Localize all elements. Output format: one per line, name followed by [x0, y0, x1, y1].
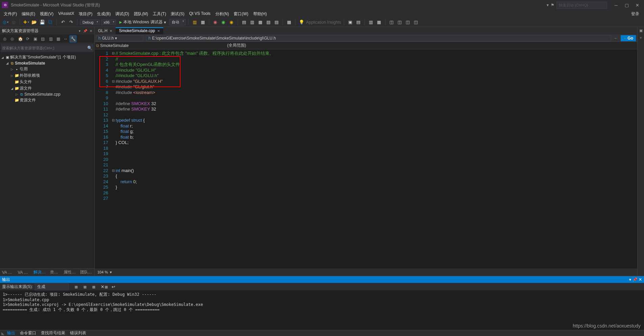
tree-resources[interactable]: 📁 资源文件 [0, 97, 94, 103]
login-button[interactable]: 登录 [628, 10, 643, 18]
tb-icon-14[interactable]: ▥ [367, 19, 374, 26]
tab-gl-h[interactable]: GL.H✕ [95, 27, 116, 34]
zoom-dropdown-icon[interactable]: ▾ [110, 270, 112, 274]
maximize-button[interactable]: ▢ [622, 3, 631, 8]
ptb-icon-6[interactable]: ▦ [55, 35, 62, 42]
target-select[interactable]: 自动 [169, 19, 186, 25]
scope-project[interactable]: ⧉ SmokeSimulate [96, 43, 224, 48]
panel-tab[interactable]: 类视图 [48, 269, 62, 276]
output-dropdown-icon[interactable]: ▾ [629, 277, 631, 282]
new-project-button[interactable]: ✚ [23, 19, 29, 26]
ptb-icon-3[interactable]: ▣ [32, 35, 39, 42]
panel-close-icon[interactable]: ✕ [90, 29, 92, 33]
ptb-home-icon[interactable]: 🏠 [17, 35, 24, 42]
config-select[interactable]: Debug [80, 20, 100, 25]
tab-smokesimulate-cpp[interactable]: SmokeSimulate.cpp✕ [116, 27, 163, 34]
ptb-back-icon[interactable]: ◎ [1, 35, 8, 42]
tree-external[interactable]: ▷📁 外部依赖项 [0, 72, 94, 79]
platform-select[interactable]: x86 [101, 20, 116, 25]
ptb-icon-5[interactable]: ▥ [47, 35, 54, 42]
menu-item[interactable]: 分析(N) [213, 10, 232, 18]
output-tb-icon-3[interactable]: ≣ [90, 283, 97, 290]
close-icon[interactable]: ✕ [157, 29, 160, 33]
notification-icon[interactable]: ▾ [547, 3, 549, 7]
bottom-tab[interactable]: 错误列表 [68, 330, 88, 336]
menu-item[interactable]: Qt VS Tools [187, 10, 213, 18]
tree-sources[interactable]: ◢📁 源文件 [0, 85, 94, 92]
tb-icon-16[interactable]: ◫ [388, 19, 395, 26]
save-button[interactable]: 💾 [39, 19, 46, 26]
tb-icon-19[interactable]: ◫ [412, 19, 419, 26]
tree-source-file[interactable]: ▷⧉ SmokeSimulate.cpp [0, 92, 94, 97]
minimize-button[interactable]: ─ [611, 3, 621, 8]
code-body[interactable]: // SmokeSimulate.cpp : 此文件包含 "main" 函数。程… [116, 49, 637, 268]
panel-tab[interactable]: 属性管... [62, 269, 78, 276]
tb-icon-18[interactable]: ◫ [404, 19, 411, 26]
menu-item[interactable]: 帮助(H) [251, 10, 269, 18]
scope-global[interactable]: (全局范围) [227, 43, 329, 48]
tree-references[interactable]: ▷▪ 引用 [0, 66, 94, 72]
panel-tab[interactable]: 解决方... [31, 269, 48, 276]
bottom-tab[interactable]: 输出 [5, 330, 17, 336]
rside-icon-2[interactable]: ＋ [638, 35, 644, 41]
nav-path[interactable]: h E:\openGlExercise\SmokeSimulate\SmokeS… [146, 35, 611, 41]
ptb-sync-icon[interactable]: ⟳ [24, 35, 31, 42]
tb-icon-10[interactable]: ▨ [273, 19, 280, 26]
ptb-icon-7[interactable]: ↔ [62, 35, 69, 42]
nav-file-select[interactable]: h GLU.h ▾ [96, 35, 143, 41]
output-tb-icon-1[interactable]: ≣ [73, 283, 79, 290]
panel-tab[interactable]: 团队资... [78, 269, 94, 276]
menu-item[interactable]: 窗口(W) [231, 10, 251, 18]
ptb-icon-4[interactable]: ▤ [39, 35, 46, 42]
output-close-icon[interactable]: ✕ [639, 277, 642, 282]
redo-button[interactable]: ↷ [68, 19, 74, 26]
nav-fwd-button[interactable]: ◎ [10, 19, 17, 26]
output-body[interactable]: 1>------ 已启动生成: 项目: SmokeSimulate, 配置: D… [0, 290, 644, 330]
menu-item[interactable]: 测试(S) [168, 10, 187, 18]
tb-icon-7[interactable]: ▥ [249, 19, 256, 26]
menu-item[interactable]: 工具(T) [150, 10, 168, 18]
panel-dropdown-icon[interactable]: ▾ [79, 29, 80, 33]
bottom-tab[interactable]: 命令窗口 [18, 330, 38, 336]
close-button[interactable]: ✕ [633, 3, 642, 8]
menu-item[interactable]: VAssistX [56, 10, 76, 18]
tb-icon-9[interactable]: ▧ [265, 19, 272, 26]
statusbar-resize-icon[interactable]: ◣ [1, 331, 4, 336]
panel-search[interactable]: 🔍 [1, 44, 94, 52]
fold-gutter[interactable]: ⊟⊟⊟⊟ [111, 49, 116, 268]
tb-icon-8[interactable]: ▦ [257, 19, 264, 26]
ptb-fwd-icon[interactable]: ◎ [9, 35, 16, 42]
panel-tab[interactable]: VA View [0, 269, 16, 275]
menu-item[interactable]: 团队(M) [132, 10, 150, 18]
tree-headers[interactable]: 📁 头文件 [0, 79, 94, 85]
output-wrap-icon[interactable]: ↩ [110, 283, 117, 290]
zoom-level[interactable]: 104 % [97, 270, 108, 274]
rside-icon-1[interactable]: ▣ [638, 28, 644, 34]
output-tb-icon-2[interactable]: ≣ [81, 283, 88, 290]
menu-item[interactable]: 编辑(E) [19, 10, 38, 18]
close-icon[interactable]: ✕ [110, 29, 112, 33]
menu-item[interactable]: 调试(D) [113, 10, 132, 18]
tb-icon-5[interactable]: ◉ [228, 19, 235, 26]
nav-go-prev-icon[interactable]: ← [614, 36, 618, 41]
tb-icon-4[interactable]: ◉ [220, 19, 227, 26]
tb-icon-11[interactable]: ▩ [286, 19, 292, 26]
search-icon[interactable]: 🔍 [87, 46, 92, 50]
search-input[interactable] [2, 46, 87, 50]
tb-icon-13[interactable]: ▤ [355, 19, 362, 26]
tb-icon-15[interactable]: ▦ [376, 19, 382, 26]
open-button[interactable]: 📂 [31, 19, 38, 26]
menu-item[interactable]: 文件(F) [1, 10, 19, 18]
output-pin-icon[interactable]: 📌 [633, 277, 638, 282]
bottom-tab[interactable]: 查找符号结果 [39, 330, 67, 336]
tb-icon-6[interactable]: ▤ [241, 19, 247, 26]
start-debug-button[interactable]: 本地 Windows 调试器 ▾ [117, 19, 168, 26]
tb-icon-17[interactable]: ◫ [396, 19, 403, 26]
quick-launch[interactable]: 快速启动 (Ctrl+Q) [556, 2, 607, 9]
tb-icon-2[interactable]: ▦ [199, 19, 206, 26]
go-button[interactable]: ←Go [621, 35, 636, 41]
ptb-wrench-icon[interactable]: 🔧 [70, 35, 76, 42]
menu-item[interactable]: 视图(V) [38, 10, 56, 18]
project-node[interactable]: ◢⧉ SmokeSimulate [0, 61, 94, 66]
output-source-select[interactable]: 生成 [35, 283, 69, 290]
